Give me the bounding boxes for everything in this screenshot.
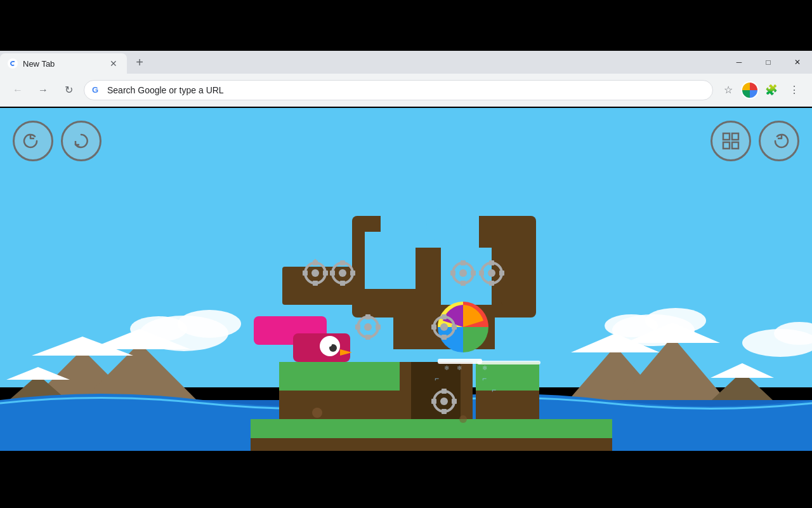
svg-rect-91 bbox=[431, 399, 436, 404]
top-black-bar bbox=[0, 0, 812, 51]
svg-rect-60 bbox=[340, 281, 345, 286]
svg-point-2 bbox=[178, 310, 241, 338]
svg-rect-72 bbox=[489, 281, 494, 286]
undo-button[interactable] bbox=[13, 121, 53, 161]
svg-rect-68 bbox=[471, 271, 476, 276]
svg-text:⌐: ⌐ bbox=[482, 374, 487, 383]
svg-rect-102 bbox=[732, 133, 738, 140]
tab-title: New Tab bbox=[23, 59, 103, 69]
svg-point-82 bbox=[440, 323, 448, 331]
svg-rect-53 bbox=[313, 281, 318, 286]
svg-point-58 bbox=[339, 269, 346, 277]
svg-rect-93 bbox=[438, 359, 482, 364]
close-button[interactable]: ✕ bbox=[783, 51, 812, 74]
svg-rect-80 bbox=[376, 324, 381, 330]
google-logo-icon: G bbox=[92, 85, 102, 95]
reload-button[interactable]: ↻ bbox=[58, 80, 79, 100]
svg-point-51 bbox=[311, 269, 319, 277]
svg-rect-86 bbox=[452, 324, 457, 330]
svg-rect-54 bbox=[303, 271, 308, 276]
game-svg: ❄ ❄ ❄ ⌐ ⌐ ⌐ bbox=[0, 108, 812, 451]
grid-button[interactable] bbox=[710, 121, 751, 161]
game-container: ❄ ❄ ❄ ⌐ ⌐ ⌐ bbox=[0, 107, 812, 452]
minimize-button[interactable]: ─ bbox=[724, 51, 754, 74]
svg-point-42 bbox=[459, 415, 467, 423]
game-canvas: ❄ ❄ ❄ ⌐ ⌐ ⌐ bbox=[0, 108, 812, 451]
svg-text:❄: ❄ bbox=[482, 364, 487, 371]
toolbar-icons: ☆ 🧩 ⋮ bbox=[718, 80, 804, 100]
restart-button[interactable] bbox=[61, 121, 102, 161]
window-controls: ─ □ ✕ bbox=[724, 51, 812, 74]
svg-rect-71 bbox=[489, 260, 494, 265]
svg-point-27 bbox=[426, 208, 462, 243]
svg-point-64 bbox=[459, 269, 467, 277]
profile-avatar[interactable] bbox=[741, 81, 759, 99]
address-text: Search Google or type a URL bbox=[107, 85, 224, 95]
svg-rect-59 bbox=[340, 260, 345, 265]
tab-close-button[interactable]: ✕ bbox=[108, 58, 119, 69]
svg-rect-79 bbox=[355, 324, 360, 330]
svg-point-76 bbox=[364, 323, 372, 331]
forward-button[interactable]: → bbox=[33, 80, 53, 100]
tab-favicon bbox=[8, 58, 18, 69]
svg-rect-101 bbox=[723, 133, 730, 140]
svg-rect-83 bbox=[442, 314, 447, 319]
svg-rect-61 bbox=[330, 271, 335, 276]
svg-rect-38 bbox=[251, 419, 612, 438]
svg-rect-73 bbox=[479, 271, 484, 276]
svg-rect-62 bbox=[350, 271, 355, 276]
active-tab[interactable]: New Tab ✕ bbox=[0, 53, 127, 74]
svg-rect-77 bbox=[365, 314, 370, 319]
svg-marker-20 bbox=[710, 363, 774, 378]
tab-bar: New Tab ✕ + ─ □ ✕ bbox=[0, 51, 812, 74]
svg-rect-31 bbox=[279, 362, 400, 391]
svg-rect-103 bbox=[723, 142, 730, 149]
svg-rect-25 bbox=[441, 248, 492, 305]
url-bar[interactable]: G Search Google or type a URL bbox=[84, 80, 713, 100]
svg-rect-84 bbox=[442, 335, 447, 340]
bookmark-icon[interactable]: ☆ bbox=[718, 80, 738, 100]
new-tab-button[interactable]: + bbox=[129, 52, 150, 72]
svg-text:❄: ❄ bbox=[444, 364, 449, 371]
svg-point-48 bbox=[327, 342, 332, 347]
svg-rect-90 bbox=[442, 409, 447, 414]
bottom-black-bar bbox=[0, 452, 812, 508]
svg-text:❄: ❄ bbox=[457, 364, 462, 371]
next-button[interactable] bbox=[759, 121, 799, 161]
svg-rect-65 bbox=[461, 260, 466, 265]
extensions-icon[interactable]: 🧩 bbox=[761, 80, 782, 100]
address-bar: ← → ↻ G Search Google or type a URL ☆ 🧩 … bbox=[0, 74, 812, 107]
svg-rect-29 bbox=[501, 267, 536, 305]
svg-text:⌐: ⌐ bbox=[492, 385, 496, 394]
svg-rect-39 bbox=[251, 438, 612, 451]
svg-point-88 bbox=[440, 398, 448, 405]
chrome-menu-icon[interactable]: ⋮ bbox=[784, 80, 804, 100]
svg-rect-85 bbox=[431, 324, 436, 330]
svg-rect-66 bbox=[461, 281, 466, 286]
svg-rect-89 bbox=[442, 389, 447, 394]
svg-point-40 bbox=[312, 408, 322, 418]
svg-text:⌐: ⌐ bbox=[435, 374, 439, 383]
svg-rect-104 bbox=[732, 142, 738, 149]
svg-rect-55 bbox=[323, 271, 328, 276]
svg-point-70 bbox=[488, 269, 495, 277]
svg-rect-74 bbox=[499, 271, 504, 276]
back-button[interactable]: ← bbox=[8, 80, 28, 100]
svg-rect-78 bbox=[365, 335, 370, 340]
maximize-button[interactable]: □ bbox=[754, 51, 783, 74]
svg-rect-67 bbox=[450, 271, 455, 276]
svg-rect-92 bbox=[452, 399, 457, 404]
chrome-frame: New Tab ✕ + ─ □ ✕ ← → ↻ G Search Google … bbox=[0, 0, 812, 508]
